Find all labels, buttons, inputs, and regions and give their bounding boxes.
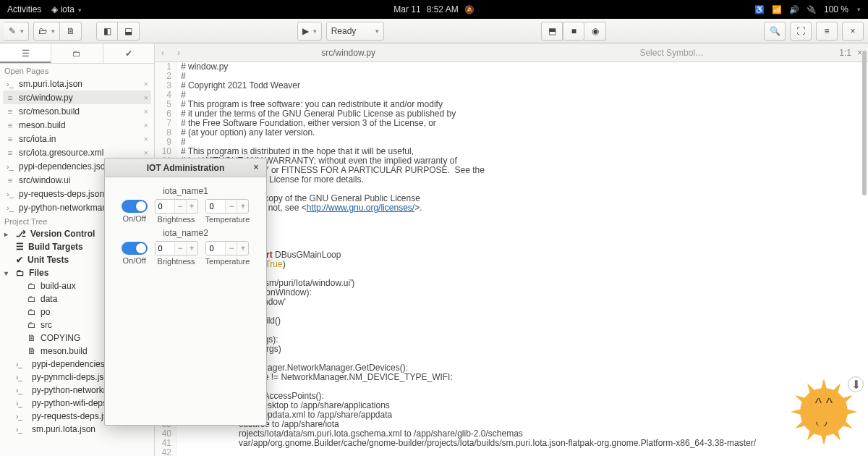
panel-right-button[interactable]: ⬒ [541,22,563,41]
open-pages-header: Open Pages [0,64,154,77]
view-tree-icon[interactable]: 🗀 [51,43,103,63]
close-page-icon[interactable]: × [144,93,148,102]
system-menu-chevron-icon[interactable]: ▾ [857,6,861,13]
stop-button[interactable]: ■ [563,22,584,41]
brightness-stepper[interactable]: −+ [155,199,198,214]
brightness-input[interactable] [156,200,174,213]
line-number: 8 [155,128,176,138]
tab-prev-icon[interactable]: ‹ [155,48,171,58]
stepper-minus[interactable]: − [174,200,186,213]
stepper-minus[interactable]: − [225,200,237,213]
fullscreen-button[interactable]: ⛶ [790,22,812,41]
accessibility-icon[interactable]: ♿ [754,5,765,14]
power-icon[interactable]: 🔌 [807,5,817,14]
iot-onoff-switch[interactable] [122,242,148,255]
node-label: data [41,294,57,304]
brightness-input[interactable] [156,242,174,255]
file-name: src/meson.build [19,106,80,117]
editor-scrollbar[interactable] [862,51,867,362]
file-icon: ≡ [6,121,14,130]
open-button[interactable]: 🗁▾ [33,22,60,41]
node-label: Unit Tests [27,255,69,265]
expander-icon[interactable]: ▸ [4,230,12,238]
tab-next-icon[interactable]: › [171,48,187,58]
node-label: src [41,320,52,330]
expander-icon[interactable]: ›_ [16,400,23,408]
expander-icon[interactable]: ›_ [16,426,23,434]
node-icon: 🗀 [27,320,36,330]
iot-admin-window: IOT Administration × iota_name1 On/Off −… [104,158,267,426]
node-icon: 🗀 [16,268,25,278]
view-todo-icon[interactable]: ✔ [103,43,154,63]
file-name: sm.puri.Iota.json [19,79,82,89]
open-page-item[interactable]: ≡meson.build× [3,118,151,132]
temperature-stepper[interactable]: −+ [205,241,249,256]
iot-device-name: iota_name2 [111,228,260,238]
search-button[interactable]: 🔍 [764,22,786,41]
file-icon: ≡ [6,93,14,102]
close-page-icon[interactable]: × [144,148,148,157]
app-menu[interactable]: ◈ iota ▾ [51,4,82,14]
open-page-item[interactable]: ≡src/iota.in× [3,132,151,145]
volume-icon[interactable]: 🔊 [789,5,799,14]
close-page-icon[interactable]: × [144,121,148,130]
stepper-plus[interactable]: + [237,200,248,213]
iot-onoff-switch[interactable] [122,200,148,213]
panel-left-button[interactable]: ◧ [96,22,118,41]
run-button[interactable]: ▶▾ [297,22,322,41]
node-label: build-aux [41,281,76,291]
open-page-item[interactable]: ›_sm.puri.Iota.json× [3,77,151,90]
close-page-icon[interactable]: × [144,80,148,88]
panel-bottom-button[interactable]: ⬓ [118,22,140,41]
new-doc-button[interactable]: 🗎 [60,22,82,41]
close-page-icon[interactable]: × [144,135,148,143]
code-line: # (at your option) any later version. [176,128,315,138]
expander-icon[interactable]: ›_ [16,373,23,381]
dialog-close-button[interactable]: × [250,161,262,173]
file-name: src/window.ui [19,175,70,185]
brightness-label: Brightness [158,257,195,266]
current-tab[interactable]: src/window.py [187,48,510,58]
node-label: Files [29,268,48,278]
profile-button[interactable]: ◉ [584,22,606,41]
build-status-button[interactable]: Ready ▾ [326,22,384,41]
open-page-item[interactable]: ≡src/meson.build× [3,104,151,118]
node-label: py-pynmcli-deps.json [32,372,114,382]
symbol-selector[interactable]: Select Symbol… [510,48,833,58]
stepper-plus[interactable]: + [186,242,197,255]
network-icon[interactable]: 📶 [772,5,782,14]
node-label: Version Control [30,229,95,239]
node-icon: 🗀 [27,281,36,291]
file-icon: ≡ [6,135,14,143]
line-number: 3 [155,81,176,90]
edit-button[interactable]: ✎▾ [4,22,29,41]
tab-close-icon[interactable]: × [857,48,862,58]
node-icon: ⎇ [16,229,26,239]
stepper-minus[interactable]: − [174,242,186,255]
hamburger-menu[interactable]: ≡ [816,22,838,41]
expander-icon[interactable]: ▾ [4,269,12,277]
expander-icon[interactable]: ›_ [16,387,23,394]
stepper-plus[interactable]: + [237,242,248,255]
activities-button[interactable]: Activities [7,4,41,14]
stepper-minus[interactable]: − [225,242,237,255]
close-window-button[interactable]: × [842,22,864,41]
node-label: meson.build [41,346,88,356]
file-name: src/iota.gresource.xml [19,148,103,158]
node-label: COPYING [41,333,80,343]
temperature-input[interactable] [206,200,225,213]
onoff-label: On/Off [123,214,146,223]
node-icon: ☰ [16,242,24,252]
date-label: Mar 11 [393,4,420,14]
view-list-icon[interactable]: ☰ [0,43,51,63]
expander-icon[interactable]: ›_ [16,413,23,421]
stepper-plus[interactable]: + [186,200,197,213]
expander-icon[interactable]: ›_ [16,360,23,368]
temperature-input[interactable] [206,242,225,255]
file-icon: ›_ [6,80,14,88]
temperature-stepper[interactable]: −+ [205,199,249,214]
open-page-item[interactable]: ≡src/window.py× [3,90,151,104]
line-number: 2 [155,72,176,81]
close-page-icon[interactable]: × [144,107,148,116]
brightness-stepper[interactable]: −+ [155,241,198,256]
